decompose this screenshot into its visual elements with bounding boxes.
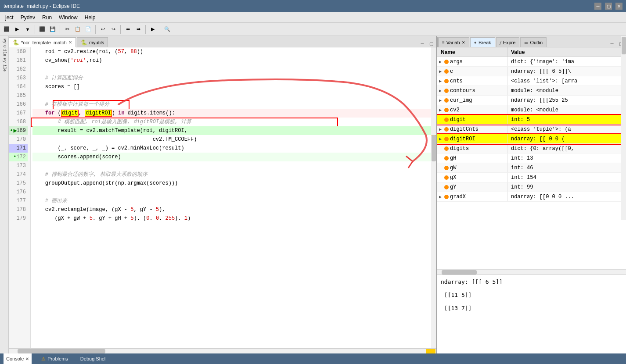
debug-v-scroll-thumb[interactable] bbox=[622, 47, 626, 54]
code-line-174[interactable]: # 得到最合适的数字, 获取最大系数的顺序 bbox=[32, 170, 431, 179]
code-line-165[interactable] bbox=[32, 91, 431, 100]
editor-h-scrollbar[interactable] bbox=[9, 348, 436, 353]
code-content[interactable]: roi = cv2.resize(roi, (57, 88)) cv_show(… bbox=[31, 47, 431, 348]
expand-c[interactable]: ▶ bbox=[439, 69, 444, 74]
var-name-c[interactable]: ▶ c bbox=[437, 67, 507, 76]
var-name-gh[interactable]: ▶ gH bbox=[437, 153, 507, 163]
code-line-170[interactable]: cv2.TM_CCOEFF) bbox=[32, 135, 431, 144]
maximize-button[interactable]: ▢ bbox=[605, 3, 612, 10]
var-name-args[interactable]: ▶ args bbox=[437, 57, 507, 66]
var-row-cv2[interactable]: ▶ cv2 module: <module bbox=[437, 105, 626, 115]
var-row-cnts[interactable]: ▶ cnts <class 'list'>: [arra bbox=[437, 76, 626, 86]
toolbar-btn-7[interactable]: 📋 bbox=[73, 25, 83, 34]
var-name-cnts[interactable]: ▶ cnts bbox=[437, 76, 507, 86]
code-line-172[interactable]: scores.append(score) bbox=[32, 153, 431, 161]
var-row-digitcnts[interactable]: ▶ digitCnts <class 'tuple'>: (a bbox=[437, 125, 626, 134]
var-row-gy[interactable]: ▶ gY int: 99 bbox=[437, 182, 626, 192]
code-line-161[interactable]: cv_show('roi',roi) bbox=[32, 56, 431, 65]
scroll-thumb[interactable] bbox=[432, 135, 436, 161]
var-row-gw[interactable]: ▶ gW int: 46 bbox=[437, 163, 626, 173]
expand-cur-img[interactable]: ▶ bbox=[439, 98, 444, 103]
status-tab-problems[interactable]: ⚠ Problems bbox=[39, 353, 70, 364]
code-line-168[interactable]: # 模板匹配, roi是输入图像, digitROI是模板, 计算 bbox=[32, 118, 431, 126]
debug-v-scrollbar[interactable] bbox=[621, 47, 626, 220]
h-scroll-thumb[interactable] bbox=[18, 349, 105, 353]
var-name-cv2[interactable]: ▶ cv2 bbox=[437, 105, 507, 114]
debug-tab-variab-close[interactable]: ✕ bbox=[462, 40, 465, 45]
var-row-cur-img[interactable]: ▶ cur_img ndarray: [[[255 25 bbox=[437, 96, 626, 105]
var-row-contours[interactable]: ▶ contours module: <module bbox=[437, 86, 626, 96]
toolbar-btn-1[interactable]: ⬛ bbox=[2, 25, 11, 34]
status-tab-debug-shell[interactable]: Debug Shell bbox=[78, 353, 109, 364]
var-row-digitroi[interactable]: ▶ digitROI ndarray: [[ 0 0 ( bbox=[437, 134, 626, 144]
var-name-contours[interactable]: ▶ contours bbox=[437, 86, 507, 95]
var-name-gx[interactable]: ▶ gX bbox=[437, 173, 507, 182]
code-line-163[interactable]: # 计算匹配得分 bbox=[32, 74, 431, 82]
code-line-169[interactable]: result = cv2.matchTemplate(roi, digitROI… bbox=[32, 126, 431, 135]
var-row-gx[interactable]: ▶ gX int: 154 bbox=[437, 173, 626, 182]
editor-tab-myutils[interactable]: 🐍 myutils bbox=[77, 37, 108, 47]
var-name-gradx[interactable]: ▶ gradX bbox=[437, 192, 507, 201]
close-button[interactable]: ✕ bbox=[615, 3, 622, 10]
toolbar-btn-debug-prev[interactable]: ⬅ bbox=[123, 25, 133, 34]
menu-help[interactable]: Help bbox=[81, 14, 99, 21]
debug-h-scroll-thumb[interactable] bbox=[442, 270, 477, 275]
code-line-166[interactable]: # 在模板中计算每一个得分 bbox=[32, 100, 431, 109]
debug-tab-variab[interactable]: ≡ Variab ✕ bbox=[437, 37, 469, 47]
editor-scrollbar[interactable] bbox=[431, 47, 436, 348]
toolbar-btn-2[interactable]: ▶ bbox=[12, 25, 22, 34]
code-line-162[interactable] bbox=[32, 65, 431, 74]
editor-tab-ocr[interactable]: 🐍 *ocr_template_match ✕ bbox=[9, 37, 76, 47]
var-name-digitcnts[interactable]: ▶ digitCnts bbox=[437, 125, 507, 134]
code-line-171[interactable]: (_, score, _, _) = cv2.minMaxLoc(result) bbox=[32, 144, 431, 153]
var-name-gy[interactable]: ▶ gY bbox=[437, 182, 507, 192]
code-line-176[interactable] bbox=[32, 188, 431, 196]
toolbar-btn-5[interactable]: 💾 bbox=[48, 25, 58, 34]
code-line-175[interactable]: groupOutput.append(str(np.argmax(scores)… bbox=[32, 179, 431, 188]
toolbar-search[interactable]: 🔍 bbox=[162, 25, 172, 34]
window-controls[interactable]: ─ ▢ ✕ bbox=[594, 3, 622, 10]
expand-cv2[interactable]: ▶ bbox=[439, 107, 444, 113]
toolbar-btn-4[interactable]: ⬛ bbox=[37, 25, 47, 34]
code-line-160[interactable]: roi = cv2.resize(roi, (57, 88)) bbox=[32, 47, 431, 56]
var-row-gh[interactable]: ▶ gH int: 13 bbox=[437, 153, 626, 163]
menu-window[interactable]: Window bbox=[55, 14, 81, 21]
code-line-179[interactable]: (gX + gW + 5. gY + gH + 5). (0. 0. 255).… bbox=[32, 214, 431, 223]
var-name-digit[interactable]: ▶ digit bbox=[437, 115, 507, 124]
expand-digitcnts[interactable]: ▶ bbox=[439, 127, 444, 132]
var-row-gradx[interactable]: ▶ gradX ndarray: [[0 0 0 ... bbox=[437, 192, 626, 202]
status-tab-console[interactable]: Console ✕ bbox=[4, 353, 32, 364]
expand-digitroi[interactable]: ▶ bbox=[439, 136, 444, 142]
minimize-button[interactable]: ─ bbox=[594, 3, 601, 10]
debug-minimize-btn[interactable]: ─ bbox=[608, 40, 615, 47]
var-row-c[interactable]: ▶ c ndarray: [[[ 6 5]]\ bbox=[437, 67, 626, 76]
debug-tab-expre[interactable]: 𝑓 Expre bbox=[496, 37, 520, 47]
toolbar-btn-debug-next[interactable]: ➡ bbox=[133, 25, 143, 34]
toolbar-btn-3[interactable]: ▼ bbox=[23, 25, 32, 34]
var-row-args[interactable]: ▶ args dict: {'image': 'ima bbox=[437, 57, 626, 67]
toolbar-btn-10[interactable]: ↪ bbox=[108, 25, 118, 34]
var-name-digits[interactable]: ▶ digits bbox=[437, 144, 507, 153]
expand-gradx[interactable]: ▶ bbox=[439, 194, 444, 200]
code-line-177[interactable]: # 画出来 bbox=[32, 196, 431, 205]
var-row-digit[interactable]: ▶ digit int: 5 bbox=[437, 115, 626, 125]
var-name-digitroi[interactable]: ▶ digitROI bbox=[437, 134, 507, 143]
menu-project[interactable]: ject bbox=[2, 14, 17, 21]
tab-maximize-btn[interactable]: ▢ bbox=[428, 40, 435, 47]
code-line-164[interactable]: scores = [] bbox=[32, 82, 431, 91]
code-line-178[interactable]: cv2.rectangle(image, (gX - 5, gY - 5), bbox=[32, 205, 431, 214]
menu-pydev[interactable]: Pydev bbox=[17, 14, 39, 21]
editor-tab-ocr-close[interactable]: ✕ bbox=[68, 40, 72, 45]
code-line-167[interactable]: for (digit, digitROI) in digits.items(): bbox=[32, 109, 431, 118]
var-name-cur-img[interactable]: ▶ cur_img bbox=[437, 96, 507, 105]
var-name-gw[interactable]: ▶ gW bbox=[437, 163, 507, 172]
expand-args[interactable]: ▶ bbox=[439, 59, 444, 64]
code-line-173[interactable] bbox=[32, 161, 431, 170]
debug-tab-outlin[interactable]: ☰ Outlin bbox=[520, 37, 547, 47]
tab-minimize-btn[interactable]: ─ bbox=[419, 40, 426, 47]
toolbar-btn-6[interactable]: ✂ bbox=[62, 25, 72, 34]
toolbar-btn-8[interactable]: 📄 bbox=[83, 25, 93, 34]
console-close[interactable]: ✕ bbox=[25, 357, 29, 361]
expand-contours[interactable]: ▶ bbox=[439, 88, 444, 93]
debug-h-scrollbar[interactable] bbox=[437, 269, 626, 275]
